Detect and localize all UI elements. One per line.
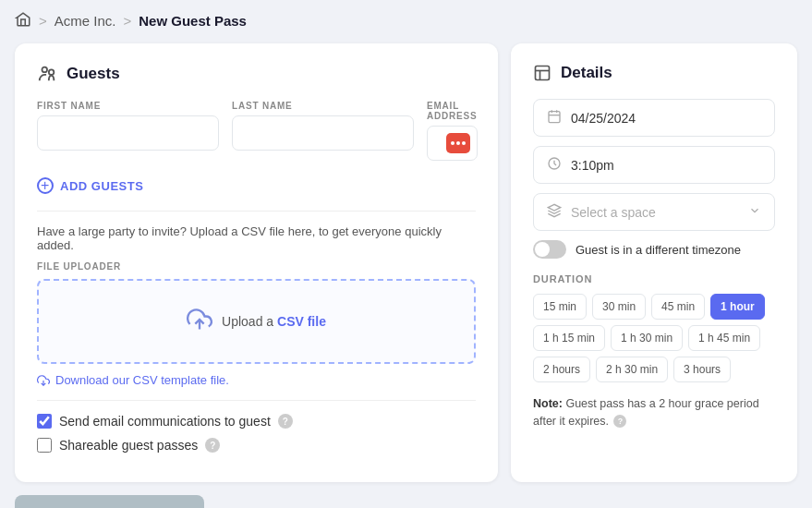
clock-icon <box>547 156 562 174</box>
timezone-toggle[interactable] <box>533 240 566 259</box>
main-content: Guests FIRST NAME LAST NAME EMAIL ADDRES… <box>15 43 797 482</box>
duration-btn-1h45min[interactable]: 1 h 45 min <box>688 325 760 351</box>
add-guests-button[interactable]: + ADD GUESTS <box>37 174 143 198</box>
timezone-row: Guest is in a different timezone <box>533 240 775 259</box>
space-placeholder: Select a space <box>571 205 656 220</box>
duration-btn-2hours[interactable]: 2 hours <box>533 357 590 382</box>
divider-2 <box>37 400 476 401</box>
last-name-label: LAST NAME <box>232 101 414 111</box>
details-card-title: Details <box>533 64 775 82</box>
duration-btn-45min[interactable]: 45 min <box>651 294 705 320</box>
guests-card: Guests FIRST NAME LAST NAME EMAIL ADDRES… <box>15 43 498 482</box>
shareable-checkbox[interactable] <box>37 438 52 453</box>
guests-card-title: Guests <box>37 64 476 84</box>
timezone-label: Guest is in a different timezone <box>576 243 741 257</box>
note-label: Note: <box>533 397 563 410</box>
email-dots-button[interactable] <box>446 133 470 153</box>
details-icon <box>533 64 551 82</box>
breadcrumb-company[interactable]: Acme Inc. <box>55 13 116 29</box>
date-value: 04/25/2024 <box>571 111 636 126</box>
time-value: 3:10pm <box>571 158 614 173</box>
details-card: Details 04/25/2024 3:10pm Select a space <box>511 43 797 482</box>
shareable-help-icon[interactable]: ? <box>205 438 220 453</box>
svg-rect-4 <box>536 67 550 80</box>
chevron-down-icon <box>748 204 761 220</box>
bottom-bar: CREATE GUEST PASS <box>15 495 797 508</box>
space-icon <box>547 203 562 221</box>
guests-title-text: Guests <box>67 65 120 83</box>
page-title: New Guest Pass <box>139 13 247 29</box>
home-icon[interactable] <box>15 11 31 30</box>
time-field[interactable]: 3:10pm <box>533 146 775 184</box>
email-label: EMAIL ADDRESS <box>427 101 478 121</box>
download-csv-link[interactable]: Download our CSV template file. <box>37 373 476 387</box>
duration-btn-30min[interactable]: 30 min <box>592 294 646 320</box>
last-name-group: LAST NAME <box>232 101 414 161</box>
duration-btn-2h30min[interactable]: 2 h 30 min <box>596 357 668 382</box>
send-email-label: Send email communications to guest <box>59 414 271 429</box>
duration-btn-1h15min[interactable]: 1 h 15 min <box>533 325 605 351</box>
last-name-input[interactable] <box>232 115 414 151</box>
duration-grid: 15 min30 min45 min1 hour1 h 15 min1 h 30… <box>533 294 775 382</box>
file-upload-area[interactable]: Upload a CSV file <box>37 279 476 364</box>
svg-point-0 <box>42 67 48 73</box>
breadcrumb: > Acme Inc. > New Guest Pass <box>15 11 797 30</box>
csv-note: Have a large party to invite? Upload a C… <box>37 224 476 252</box>
shareable-row: Shareable guest passes ? <box>37 438 476 453</box>
svg-point-1 <box>49 69 55 75</box>
note-help-icon[interactable]: ? <box>613 415 626 428</box>
first-name-label: FIRST NAME <box>37 101 219 111</box>
name-email-row: FIRST NAME LAST NAME EMAIL ADDRESS <box>37 101 476 161</box>
send-email-checkbox[interactable] <box>37 414 52 429</box>
duration-btn-1h30min[interactable]: 1 h 30 min <box>611 325 683 351</box>
divider-1 <box>37 211 476 212</box>
duration-title: DURATION <box>533 273 775 284</box>
send-email-help-icon[interactable]: ? <box>278 414 293 429</box>
download-csv-text: Download our CSV template file. <box>55 373 229 387</box>
duration-btn-15min[interactable]: 15 min <box>533 294 587 320</box>
details-title-text: Details <box>561 64 612 82</box>
breadcrumb-sep-1: > <box>39 13 47 29</box>
guests-icon <box>37 64 57 84</box>
email-input-wrapper <box>427 126 478 161</box>
csv-file-link[interactable]: CSV file <box>277 314 326 329</box>
note-text: Note: Guest pass has a 2 hour grace peri… <box>533 395 775 430</box>
svg-rect-7 <box>549 112 560 123</box>
note-body: Guest pass has a 2 hour grace period aft… <box>533 397 759 428</box>
file-uploader-label: FILE UPLOADER <box>37 261 476 272</box>
first-name-input[interactable] <box>37 115 219 151</box>
duration-btn-1hour[interactable]: 1 hour <box>710 294 765 320</box>
calendar-icon <box>547 109 562 127</box>
email-group: EMAIL ADDRESS <box>427 101 478 161</box>
first-name-group: FIRST NAME <box>37 101 219 161</box>
duration-btn-3hours[interactable]: 3 hours <box>673 357 731 382</box>
breadcrumb-sep-2: > <box>123 13 131 29</box>
shareable-label: Shareable guest passes <box>59 438 198 453</box>
send-email-row: Send email communications to guest ? <box>37 414 476 429</box>
upload-icon <box>187 307 212 336</box>
add-guests-label: ADD GUESTS <box>60 179 143 193</box>
plus-circle-icon: + <box>37 177 54 194</box>
create-guest-pass-button[interactable]: CREATE GUEST PASS <box>15 495 204 508</box>
upload-text: Upload a CSV file <box>222 314 326 329</box>
space-field[interactable]: Select a space <box>533 193 775 231</box>
date-field[interactable]: 04/25/2024 <box>533 99 775 137</box>
